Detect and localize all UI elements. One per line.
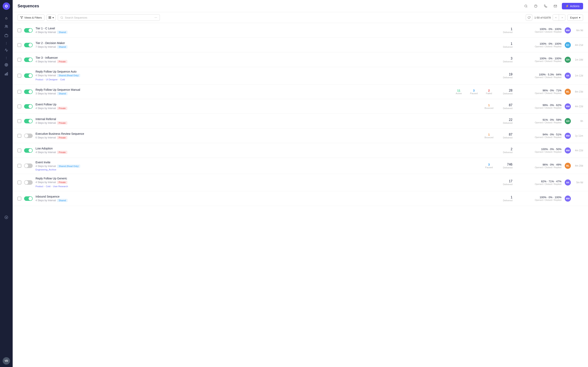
- phone-button[interactable]: [542, 3, 549, 9]
- row-avatar[interactable]: GH: [565, 118, 571, 124]
- sidebar-dots-1[interactable]: ⋮: [4, 41, 9, 46]
- tag-label[interactable]: Product: [35, 78, 43, 81]
- export-button[interactable]: Export ▾: [567, 15, 583, 21]
- sidebar-item-target[interactable]: [2, 61, 10, 69]
- row-avatar[interactable]: MM: [565, 133, 571, 139]
- svg-point-13: [525, 5, 527, 7]
- toggle-switch[interactable]: [24, 73, 33, 78]
- row-avatar[interactable]: MM: [565, 147, 571, 154]
- row-avatar[interactable]: ML: [565, 163, 571, 169]
- row-time: 6m 9d: [573, 29, 583, 32]
- sidebar-item-download[interactable]: [2, 214, 10, 222]
- row-checkbox[interactable]: [17, 74, 21, 77]
- toggle-switch[interactable]: [24, 90, 33, 94]
- row-avatar[interactable]: AK: [565, 179, 571, 185]
- svg-point-2: [5, 25, 7, 26]
- tag-label[interactable]: Product: [35, 185, 43, 188]
- refresh-button[interactable]: [526, 14, 532, 21]
- row-checkbox[interactable]: [17, 29, 21, 32]
- sequence-steps: 6 Steps by Interval: [35, 136, 56, 139]
- toggle-switch[interactable]: [24, 104, 33, 109]
- sequence-name[interactable]: Low Adoption: [35, 147, 467, 150]
- delivered-label: Delivered: [498, 92, 512, 95]
- row-checkbox[interactable]: [17, 105, 21, 108]
- sidebar-item-briefcase[interactable]: [2, 32, 10, 40]
- row-checkbox[interactable]: [17, 149, 21, 152]
- views-filters-button[interactable]: Views & Filters: [17, 15, 44, 21]
- sequence-name[interactable]: Executive Business Review Sequence: [35, 132, 484, 135]
- sequence-name[interactable]: Internal Referral: [35, 117, 467, 121]
- user-avatar[interactable]: VD: [3, 357, 10, 365]
- search-button[interactable]: [523, 3, 529, 9]
- toggle-switch[interactable]: [24, 196, 33, 201]
- toggle-switch[interactable]: [24, 164, 33, 168]
- sequence-name[interactable]: Tier 2 - Decision Maker: [35, 42, 467, 45]
- row-checkbox[interactable]: [17, 134, 21, 138]
- row-avatar[interactable]: GH: [565, 57, 571, 63]
- sequence-info: Tier 2 - Decision Maker 7 Steps by Inter…: [35, 42, 467, 49]
- toggle-switch[interactable]: [24, 119, 33, 123]
- row-avatar[interactable]: MM: [565, 196, 571, 202]
- toggle-switch[interactable]: [24, 133, 33, 138]
- sequence-name[interactable]: Event Invite: [35, 161, 484, 164]
- tag-label[interactable]: User Research: [53, 185, 68, 188]
- sequence-name[interactable]: Inbound Sequence: [35, 195, 467, 198]
- tag-label[interactable]: UI Designer: [46, 78, 58, 81]
- toggle-switch[interactable]: [24, 43, 33, 47]
- sequence-name[interactable]: Reply Follow Up Sequence Manual: [35, 88, 454, 91]
- row-checkbox[interactable]: [17, 58, 21, 62]
- row-checkbox[interactable]: [17, 197, 21, 200]
- sidebar-item-bar-chart[interactable]: [2, 70, 10, 78]
- sequence-steps: 4 Steps by Interval: [35, 74, 56, 77]
- toggle-knob: [29, 58, 32, 62]
- svg-point-3: [7, 25, 8, 26]
- prev-page-button[interactable]: ‹: [553, 15, 559, 21]
- sequence-name[interactable]: Tier 1 - C Level: [35, 27, 467, 30]
- search-options-icon[interactable]: ···: [154, 16, 157, 19]
- search-input[interactable]: [65, 16, 153, 19]
- help-button[interactable]: [532, 3, 539, 9]
- row-checkbox[interactable]: [17, 181, 21, 184]
- row-avatar[interactable]: AK: [565, 73, 571, 79]
- search-bar[interactable]: ···: [58, 14, 160, 21]
- rates-values: 100% · 0% · 100%: [517, 42, 562, 45]
- app-logo[interactable]: [3, 2, 10, 10]
- paused-count: 3: [469, 89, 479, 92]
- row-avatar[interactable]: ML: [565, 89, 571, 95]
- row-avatar[interactable]: MM: [565, 103, 571, 109]
- tag-label[interactable]: Cold: [46, 185, 51, 188]
- toggle-switch[interactable]: [24, 28, 33, 33]
- sidebar-item-people[interactable]: [2, 23, 10, 31]
- actions-button[interactable]: ⚡ Actions: [562, 3, 583, 9]
- sidebar-dots-2[interactable]: ⋮: [4, 55, 9, 60]
- sidebar-item-home[interactable]: ⌂: [2, 14, 10, 22]
- mail-button[interactable]: [552, 3, 559, 9]
- row-checkbox[interactable]: [17, 119, 21, 123]
- tag-label[interactable]: Engineering_Archive: [35, 168, 56, 171]
- tag-label[interactable]: Cold: [60, 78, 65, 81]
- help-icon: [534, 4, 537, 8]
- row-avatar[interactable]: EC: [565, 42, 571, 48]
- row-checkbox[interactable]: [17, 90, 21, 94]
- toggle-switch[interactable]: [24, 148, 33, 153]
- row-avatar[interactable]: MM: [565, 27, 571, 33]
- delivered-label: Delivered: [498, 122, 512, 124]
- sequence-name[interactable]: Reply Follow Up Sequence Auto: [35, 70, 467, 73]
- rates-column: 96% · 0% · 71% Opened / Clicked / Replie…: [517, 89, 562, 94]
- sequence-name[interactable]: Reply Follow Up Generic: [35, 177, 467, 180]
- sequence-name[interactable]: Tier 3 - Influencer: [35, 56, 467, 59]
- toggle-switch[interactable]: [24, 180, 33, 185]
- row-checkbox[interactable]: [17, 164, 21, 167]
- home-icon: ⌂: [5, 16, 8, 20]
- main-content: Sequences ⚡ Actions Views & Filters: [13, 0, 588, 367]
- sequence-stats: 1 Bounced: [484, 133, 494, 139]
- toggle-switch[interactable]: [24, 58, 33, 62]
- export-label: Export: [570, 16, 578, 19]
- sequence-name[interactable]: Event Follow Up: [35, 103, 484, 106]
- next-page-button[interactable]: ›: [559, 15, 565, 21]
- sequence-badge: Shared: [57, 199, 67, 202]
- page-title: Sequences: [17, 4, 39, 8]
- column-select-button[interactable]: ▾: [47, 15, 56, 21]
- row-checkbox[interactable]: [17, 43, 21, 47]
- sidebar-item-chart[interactable]: [2, 47, 10, 55]
